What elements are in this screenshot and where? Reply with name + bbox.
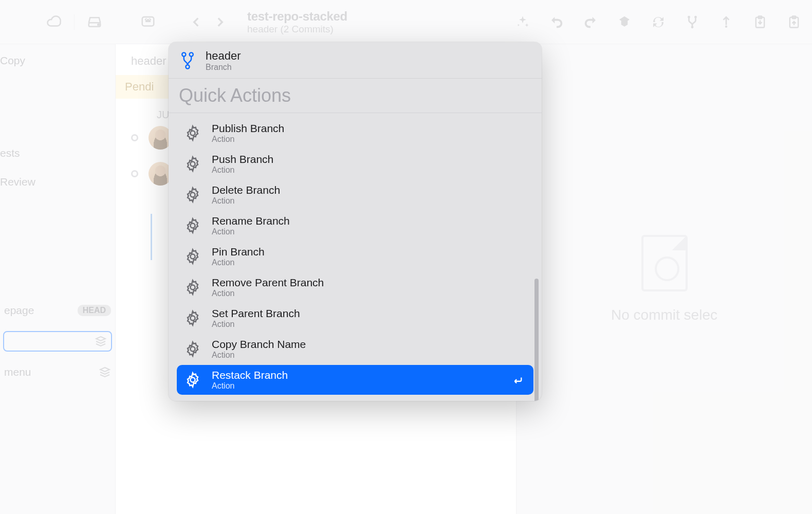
svg-point-18	[190, 254, 195, 259]
quick-actions-search-input[interactable]	[178, 83, 532, 108]
svg-point-16	[190, 192, 195, 197]
action-remove-parent-branch[interactable]: Remove Parent BranchAction	[177, 272, 533, 302]
gear-icon	[184, 155, 201, 173]
action-title: Publish Branch	[212, 122, 284, 135]
action-title: Rename Branch	[212, 215, 290, 227]
action-title: Restack Branch	[212, 369, 288, 381]
action-sub: Action	[212, 258, 265, 267]
action-sub: Action	[212, 227, 290, 236]
svg-point-21	[190, 346, 195, 351]
action-publish-branch[interactable]: Publish BranchAction	[177, 118, 533, 148]
gear-icon	[184, 309, 201, 327]
action-sub: Action	[212, 135, 284, 144]
quick-actions-palette: header Branch Publish BranchAction Push …	[169, 42, 542, 401]
svg-point-12	[190, 52, 193, 56]
action-title: Set Parent Branch	[212, 307, 300, 320]
gear-icon	[184, 340, 201, 358]
scrollbar[interactable]	[534, 279, 539, 401]
svg-point-22	[190, 377, 195, 382]
svg-point-15	[190, 161, 195, 166]
gear-icon	[184, 217, 201, 234]
action-sub: Action	[212, 351, 306, 360]
palette-search-row	[169, 79, 542, 113]
svg-point-13	[186, 65, 189, 68]
svg-point-17	[190, 223, 195, 228]
palette-context-sub: Branch	[206, 63, 241, 72]
action-pin-branch[interactable]: Pin BranchAction	[177, 242, 533, 271]
action-sub: Action	[212, 196, 280, 206]
action-sub: Action	[212, 166, 273, 175]
gear-icon	[184, 279, 201, 296]
svg-point-14	[190, 131, 195, 135]
action-restack-branch[interactable]: Restack BranchAction	[177, 365, 533, 395]
gear-icon	[184, 371, 201, 389]
action-title: Remove Parent Branch	[212, 277, 324, 289]
action-rename-branch[interactable]: Rename BranchAction	[177, 211, 533, 241]
action-delete-branch[interactable]: Delete BranchAction	[177, 180, 533, 210]
action-set-parent-branch[interactable]: Set Parent BranchAction	[177, 303, 533, 333]
action-sub: Action	[212, 289, 324, 298]
action-title: Delete Branch	[212, 184, 280, 196]
action-push-branch[interactable]: Push BranchAction	[177, 149, 533, 179]
svg-point-19	[190, 285, 195, 289]
action-sub: Action	[212, 381, 288, 391]
palette-context: header Branch	[169, 42, 542, 79]
enter-icon	[512, 374, 526, 386]
action-copy-branch-name[interactable]: Copy Branch NameAction	[177, 334, 533, 364]
gear-icon	[184, 186, 201, 204]
palette-action-list: Publish BranchAction Push BranchAction D…	[169, 113, 542, 401]
gear-icon	[184, 248, 201, 265]
action-title: Push Branch	[212, 153, 273, 166]
gear-icon	[184, 124, 201, 142]
svg-point-11	[182, 52, 186, 56]
branch-icon	[180, 51, 195, 70]
action-title: Pin Branch	[212, 246, 265, 258]
palette-context-title: header	[206, 49, 241, 63]
action-title: Copy Branch Name	[212, 338, 306, 351]
svg-point-20	[190, 316, 195, 320]
action-sub: Action	[212, 320, 300, 329]
